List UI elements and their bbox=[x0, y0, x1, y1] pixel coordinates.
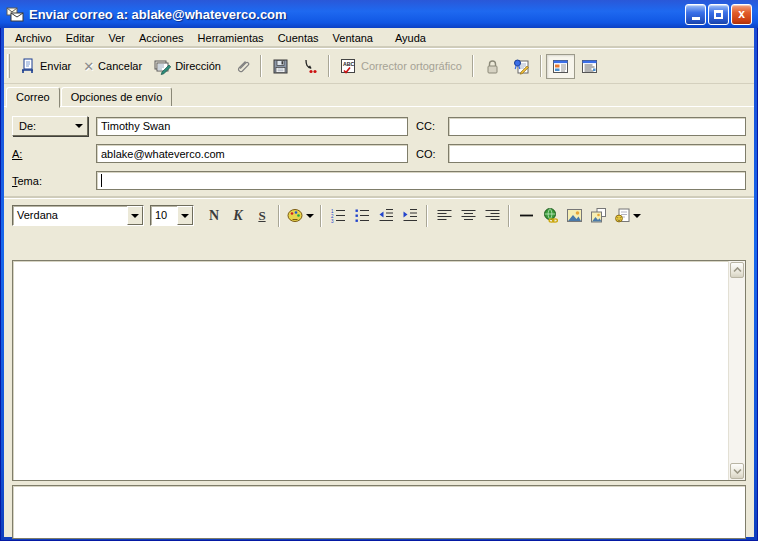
cancel-button[interactable]: ✕ Cancelar bbox=[77, 55, 148, 78]
stationery-icon bbox=[614, 207, 631, 224]
close-button[interactable]: x bbox=[731, 4, 752, 25]
paperclip-icon bbox=[233, 58, 250, 75]
toolbar-separator bbox=[320, 205, 322, 227]
menu-cuentas[interactable]: Cuentas bbox=[271, 30, 326, 46]
save-floppy-icon bbox=[272, 58, 289, 75]
format-toolbar: Verdana 10 N K S bbox=[4, 198, 754, 232]
route-arrow-icon bbox=[301, 58, 318, 75]
font-size-arrow[interactable] bbox=[177, 206, 193, 225]
font-color-palette-icon bbox=[287, 207, 304, 224]
to-input[interactable] bbox=[96, 144, 408, 163]
toolbar-separator bbox=[472, 55, 474, 77]
stationery-button[interactable] bbox=[610, 204, 644, 228]
spellcheck-label: Corrector ortográfico bbox=[361, 60, 462, 72]
main-toolbar: Enviar ✕ Cancelar Dirección bbox=[4, 48, 754, 84]
italic-button[interactable]: K bbox=[226, 204, 250, 228]
svg-text:ABC: ABC bbox=[343, 61, 354, 67]
cancel-label: Cancelar bbox=[98, 60, 142, 72]
tab-opciones-envio[interactable]: Opciones de envío bbox=[61, 87, 173, 107]
address-book-icon bbox=[154, 58, 171, 75]
from-field-wrap: De: bbox=[12, 116, 96, 136]
numbered-list-button[interactable]: 1 2 3 bbox=[326, 204, 350, 228]
cc-input[interactable] bbox=[448, 117, 746, 136]
cc-label: CC: bbox=[416, 120, 448, 132]
address-book-button[interactable]: Dirección bbox=[148, 54, 227, 79]
image-frame-icon bbox=[590, 207, 607, 224]
toolbar-separator bbox=[426, 205, 428, 227]
font-size-value: 10 bbox=[151, 206, 177, 225]
view-plain-button[interactable] bbox=[575, 54, 604, 79]
insert-hyperlink-button[interactable] bbox=[538, 204, 562, 228]
bold-label: N bbox=[209, 208, 219, 224]
close-icon: x bbox=[738, 8, 745, 20]
toolbar-grip[interactable] bbox=[7, 54, 10, 78]
align-center-button[interactable] bbox=[456, 204, 480, 228]
toolbar-separator bbox=[260, 55, 262, 77]
view-html-icon bbox=[552, 58, 569, 75]
bold-button[interactable]: N bbox=[202, 204, 226, 228]
delayed-delivery-button[interactable] bbox=[295, 54, 324, 79]
to-label: A: bbox=[12, 148, 96, 160]
insert-image-button[interactable] bbox=[562, 204, 586, 228]
signature-box[interactable] bbox=[12, 485, 746, 539]
outdent-button[interactable] bbox=[374, 204, 398, 228]
from-dropdown[interactable]: De: bbox=[12, 116, 88, 136]
indent-button[interactable] bbox=[398, 204, 422, 228]
svg-text:3: 3 bbox=[331, 219, 334, 224]
body-scrollbar[interactable] bbox=[728, 261, 745, 480]
message-body-input[interactable] bbox=[13, 261, 728, 480]
font-family-value: Verdana bbox=[13, 206, 127, 225]
toolbar-separator bbox=[278, 205, 280, 227]
view-html-button[interactable] bbox=[546, 54, 575, 79]
bullet-list-button[interactable] bbox=[350, 204, 374, 228]
toolbar-separator bbox=[508, 205, 510, 227]
toolbar-separator bbox=[328, 55, 330, 77]
maximize-button[interactable] bbox=[708, 4, 729, 25]
menu-archivo[interactable]: Archivo bbox=[8, 30, 59, 46]
indent-icon bbox=[402, 207, 419, 224]
align-right-button[interactable] bbox=[480, 204, 504, 228]
bcc-input[interactable] bbox=[448, 144, 746, 163]
underline-button[interactable]: S bbox=[250, 204, 274, 228]
font-color-button[interactable] bbox=[284, 204, 316, 228]
insert-image-frame-button[interactable] bbox=[586, 204, 610, 228]
chevron-down-icon bbox=[181, 214, 189, 218]
align-left-icon bbox=[436, 207, 453, 224]
menu-ayuda[interactable]: Ayuda bbox=[388, 30, 433, 46]
spellcheck-button[interactable]: ABC Corrector ortográfico bbox=[334, 54, 468, 79]
encrypt-button[interactable] bbox=[478, 54, 507, 79]
scroll-up-button[interactable] bbox=[730, 262, 744, 278]
title-bar[interactable]: Enviar correo a: ablake@whateverco.com x bbox=[0, 0, 758, 28]
subject-input[interactable] bbox=[96, 171, 746, 190]
align-center-icon bbox=[460, 207, 477, 224]
minimize-button[interactable] bbox=[685, 4, 706, 25]
menu-acciones[interactable]: Acciones bbox=[132, 30, 191, 46]
spellcheck-abc-icon: ABC bbox=[340, 58, 357, 75]
font-size-select[interactable]: 10 bbox=[150, 205, 194, 226]
attach-button[interactable] bbox=[227, 54, 256, 79]
send-button[interactable]: Enviar bbox=[13, 54, 77, 79]
scroll-down-button[interactable] bbox=[730, 463, 744, 479]
bcc-label: CO: bbox=[416, 148, 448, 160]
bullet-list-icon bbox=[354, 207, 371, 224]
font-family-select[interactable]: Verdana bbox=[12, 205, 144, 226]
menu-editar[interactable]: Editar bbox=[59, 30, 102, 46]
save-button[interactable] bbox=[266, 54, 295, 79]
from-input[interactable] bbox=[96, 117, 408, 136]
horizontal-rule-button[interactable] bbox=[514, 204, 538, 228]
address-label: Dirección bbox=[175, 60, 221, 72]
toolbar-separator bbox=[540, 55, 542, 77]
align-right-icon bbox=[484, 207, 501, 224]
chevron-up-icon bbox=[733, 267, 742, 273]
font-family-arrow[interactable] bbox=[127, 206, 143, 225]
tab-correo[interactable]: Correo bbox=[6, 87, 60, 108]
sign-button[interactable] bbox=[507, 54, 536, 79]
menu-herramientas[interactable]: Herramientas bbox=[191, 30, 271, 46]
maximize-icon bbox=[714, 10, 723, 19]
menu-ventana[interactable]: Ventana bbox=[326, 30, 380, 46]
italic-label: K bbox=[233, 208, 242, 224]
align-left-button[interactable] bbox=[432, 204, 456, 228]
menu-ver[interactable]: Ver bbox=[101, 30, 132, 46]
chevron-down-icon bbox=[75, 124, 83, 128]
hyperlink-globe-icon bbox=[542, 207, 559, 224]
